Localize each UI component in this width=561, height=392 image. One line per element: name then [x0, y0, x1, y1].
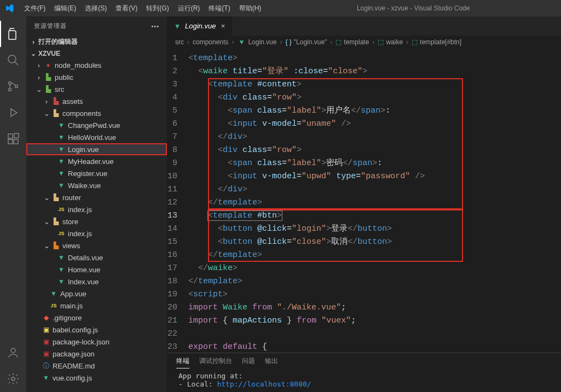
tree-label: HelloWorld.vue: [68, 133, 116, 142]
tree-components[interactable]: ⌄▙components: [26, 107, 167, 119]
tree-indexvue[interactable]: ▼Index.vue: [26, 276, 167, 288]
tree-helloworld[interactable]: ▼HelloWorld.vue: [26, 131, 167, 143]
tree-label: index.js: [68, 206, 92, 214]
menu-help[interactable]: 帮助(H): [235, 4, 266, 13]
tree-store[interactable]: ⌄▙store: [26, 215, 167, 227]
tree-store-index[interactable]: JSindex.js: [26, 227, 167, 239]
term-tab-output[interactable]: 输出: [265, 356, 278, 368]
crumb-template[interactable]: ⬚template: [336, 38, 369, 46]
tree-login[interactable]: ▼Login.vue: [26, 143, 167, 155]
term-line: - Local: http://localhost:8080/: [178, 380, 550, 388]
tree-public[interactable]: ›▙public: [26, 71, 167, 83]
sidebar-title: 资源管理器 •••: [26, 16, 167, 36]
menu-run[interactable]: 运行(R): [173, 4, 205, 13]
js-icon: JS: [57, 229, 66, 238]
tab-login[interactable]: ▼ Login.vue ×: [167, 16, 233, 36]
tree-pkglock[interactable]: ▣package-lock.json: [26, 336, 167, 348]
activity-scm-icon[interactable]: [0, 73, 26, 100]
code-lines: <template> <waike title="登录" :close="clo…: [188, 49, 425, 353]
tree-views[interactable]: ⌄▙views: [26, 239, 167, 251]
svg-point-3: [15, 85, 18, 88]
crumb-login[interactable]: { }"Login.vue": [285, 38, 327, 46]
vue-icon: ▼: [57, 169, 66, 178]
activity-debug-icon[interactable]: [0, 100, 26, 126]
tree-router[interactable]: ⌄▙router: [26, 191, 167, 203]
js-icon: JS: [57, 205, 66, 214]
svg-point-9: [11, 348, 15, 353]
tree-mainjs[interactable]: JSmain.js: [26, 300, 167, 312]
svg-marker-4: [11, 109, 17, 116]
tree-label: babel.config.js: [53, 326, 98, 334]
section-project[interactable]: ⌄ XZVUE: [26, 48, 167, 59]
term-tab-debug[interactable]: 调试控制台: [199, 356, 232, 368]
menu-file[interactable]: 文件(F): [20, 4, 50, 13]
crumb-templatebtn[interactable]: ⬚template[#btn]: [412, 38, 461, 46]
activity-account-icon[interactable]: [0, 340, 26, 366]
term-tab-terminal[interactable]: 终端: [176, 356, 189, 368]
tree-label: views: [62, 242, 80, 250]
tree-label: Waike.vue: [68, 182, 101, 190]
vue-icon: ▼: [57, 253, 66, 262]
tree-myheader[interactable]: ▼MyHeader.vue: [26, 155, 167, 167]
svg-point-0: [8, 55, 16, 63]
tree-label: package-lock.json: [53, 338, 109, 346]
tree-pkg[interactable]: ▣package.json: [26, 348, 167, 360]
activity-search-icon[interactable]: [0, 47, 26, 73]
tree-assets[interactable]: ›▙assets: [26, 95, 167, 107]
activitybar: [0, 16, 26, 392]
js-icon: JS: [49, 301, 58, 310]
code-editor[interactable]: 1234567891011121314151617181920212223 <t…: [167, 49, 561, 353]
tree-details[interactable]: ▼Details.vue: [26, 251, 167, 264]
term-tab-problems[interactable]: 问题: [242, 356, 255, 368]
tree-home[interactable]: ▼Home.vue: [26, 264, 167, 276]
sidebar-title-text: 资源管理器: [34, 22, 67, 30]
activity-extensions-icon[interactable]: [0, 126, 26, 152]
close-icon[interactable]: ×: [219, 22, 227, 30]
crumb-components[interactable]: components: [193, 38, 228, 46]
open-editors-label: 打开的编辑器: [38, 37, 78, 46]
tree-readme[interactable]: ⓘREADME.md: [26, 360, 167, 372]
tree-register[interactable]: ▼Register.vue: [26, 167, 167, 179]
vue-icon: ▼: [57, 121, 66, 130]
crumb-label: Login.vue: [248, 38, 276, 46]
tree-label: package.json: [53, 350, 95, 358]
vue-icon: ▼: [57, 133, 66, 142]
chevron-down-icon: ⌄: [31, 50, 36, 57]
tree-label: ChangePwd.vue: [68, 121, 120, 130]
folder-icon: ▙: [51, 241, 60, 250]
tree-gitignore[interactable]: ◆.gitignore: [26, 312, 167, 324]
tree-node-modules[interactable]: ›●node_modules: [26, 59, 167, 71]
tree-label: main.js: [60, 302, 83, 310]
activity-settings-icon[interactable]: [0, 366, 26, 392]
activity-explorer-icon[interactable]: [0, 21, 26, 47]
more-icon[interactable]: •••: [151, 23, 159, 30]
tree-router-index[interactable]: JSindex.js: [26, 203, 167, 215]
tree-src[interactable]: ⌄▙src: [26, 83, 167, 95]
menu-select[interactable]: 选择(S): [80, 4, 111, 13]
tree-babel[interactable]: ▣babel.config.js: [26, 324, 167, 336]
vue-icon: ▼: [49, 289, 58, 298]
terminal-panel: 终端 调试控制台 问题 输出 App running at: - Local: …: [167, 353, 561, 392]
crumb-waike[interactable]: ⬚waike: [378, 38, 403, 46]
tree-appvue[interactable]: ▼App.vue: [26, 288, 167, 300]
tree-label: vue.config.js: [53, 374, 92, 382]
crumb-label: template[#btn]: [420, 38, 461, 46]
terminal-output[interactable]: App running at: - Local: http://localhos…: [167, 371, 561, 392]
crumb-src[interactable]: src: [175, 38, 184, 46]
tree-label: Details.vue: [68, 254, 103, 262]
section-open-editors[interactable]: › 打开的编辑器: [26, 36, 167, 48]
vue-icon: ▼: [57, 181, 66, 190]
md-icon: ⓘ: [42, 361, 50, 370]
menu-edit[interactable]: 编辑(E): [50, 4, 80, 13]
tree-vueconfig[interactable]: ▼vue.config.js: [26, 372, 167, 384]
tree-waike[interactable]: ▼Waike.vue: [26, 179, 167, 191]
menu-view[interactable]: 查看(V): [111, 4, 142, 13]
menu-goto[interactable]: 转到(G): [142, 4, 173, 13]
tree-label: Home.vue: [68, 266, 100, 274]
crumb-file[interactable]: ▼Login.vue: [237, 38, 276, 46]
vue-icon: ▼: [57, 277, 66, 286]
menu-terminal[interactable]: 终端(T): [204, 4, 234, 13]
tree-changepwd[interactable]: ▼ChangePwd.vue: [26, 119, 167, 131]
folder-icon: ▙: [51, 193, 60, 202]
npm-icon: ●: [44, 61, 53, 69]
